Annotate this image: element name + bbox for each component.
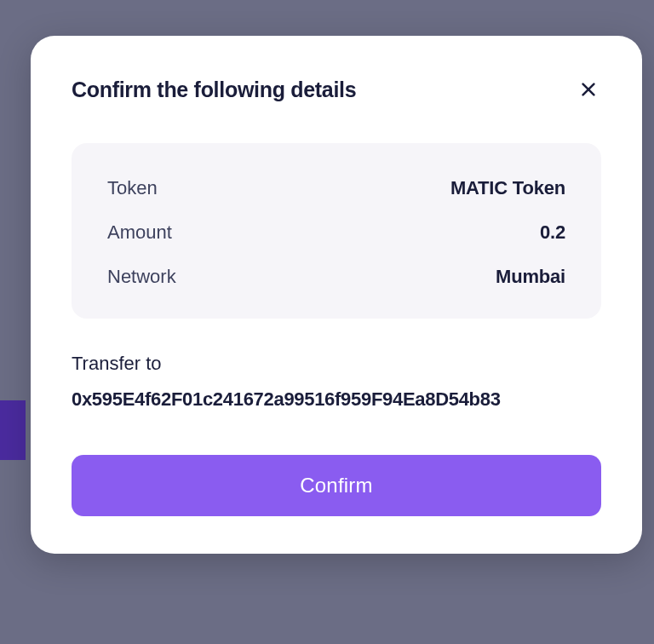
amount-value: 0.2 xyxy=(540,221,565,244)
close-button[interactable] xyxy=(576,77,601,102)
token-value: MATIC Token xyxy=(450,177,565,199)
background-decoration xyxy=(0,400,26,460)
modal-title: Confirm the following details xyxy=(72,78,356,102)
token-label: Token xyxy=(107,177,158,199)
details-card: Token MATIC Token Amount 0.2 Network Mum… xyxy=(72,143,601,319)
transfer-to-address: 0x595E4f62F01c241672a99516f959F94Ea8D54b… xyxy=(72,388,601,411)
detail-row-network: Network Mumbai xyxy=(107,266,565,288)
confirm-details-modal: Confirm the following details Token MATI… xyxy=(31,36,642,554)
close-icon xyxy=(579,80,598,99)
detail-row-token: Token MATIC Token xyxy=(107,177,565,199)
modal-header: Confirm the following details xyxy=(72,77,601,102)
detail-row-amount: Amount 0.2 xyxy=(107,221,565,244)
confirm-button[interactable]: Confirm xyxy=(72,455,601,516)
amount-label: Amount xyxy=(107,221,172,244)
transfer-to-label: Transfer to xyxy=(72,353,601,375)
transfer-section: Transfer to 0x595E4f62F01c241672a99516f9… xyxy=(72,353,601,411)
network-label: Network xyxy=(107,266,176,288)
network-value: Mumbai xyxy=(496,266,565,288)
